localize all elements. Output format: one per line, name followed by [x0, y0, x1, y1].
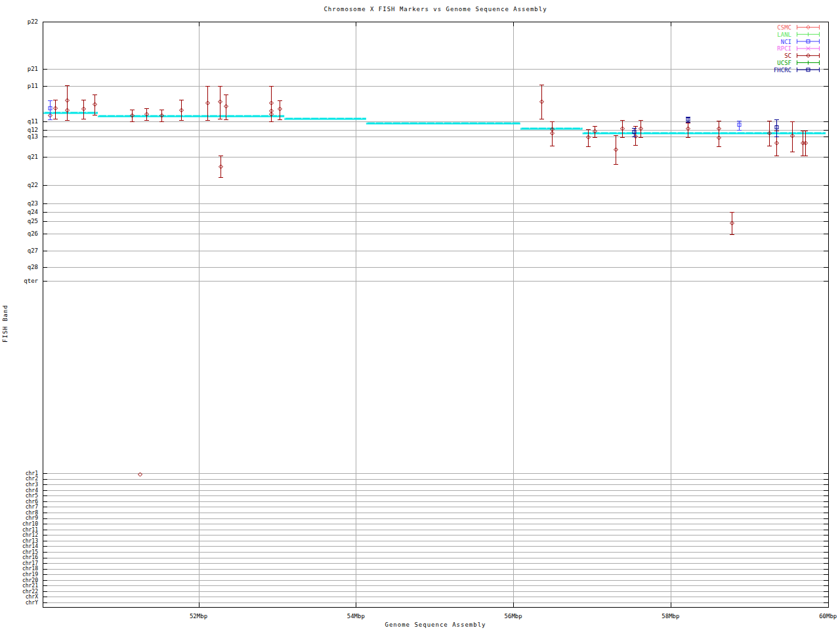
y-tick-label-qter: qter [24, 278, 38, 284]
y-tick-label-q22: q22 [28, 182, 38, 188]
legend-label-CSMC: CSMC [777, 24, 791, 31]
legend-label-RPCI: RPCI [777, 45, 791, 52]
gridlines [43, 22, 828, 607]
x-tick-label-60Mbp: 60Mbp [819, 613, 837, 620]
y-tick-label-q23: q23 [28, 200, 38, 207]
assembly-segment [43, 112, 98, 114]
legend-label-UCSF: UCSF [777, 60, 791, 66]
y-tick-label-q26: q26 [28, 230, 38, 237]
legend-label-SC: SC [784, 52, 791, 59]
y-tick-label-q28: q28 [28, 264, 38, 270]
assembly-line [43, 112, 826, 135]
x-tick-label-52Mbp: 52Mbp [190, 613, 207, 620]
plot-area: p22p21p11q11q12q13q21q22q23q24q25q26q27q… [0, 0, 840, 630]
y-tick-label-q13: q13 [28, 133, 38, 140]
x-tick-label-54Mbp: 54Mbp [347, 613, 365, 620]
y-axis-title: FISH Band [2, 301, 9, 346]
y-tick-label-q21: q21 [28, 154, 38, 160]
y-tick-label-p21: p21 [28, 66, 38, 72]
SC-diamond-marker [138, 472, 142, 476]
assembly-segment [583, 133, 826, 135]
x-axis-title: Genome Sequence Assembly [43, 621, 828, 628]
legend-label-NCI: NCI [781, 39, 791, 45]
x-tick-label-56Mbp: 56Mbp [505, 613, 522, 620]
chart-title: Chromosome X FISH Markers vs Genome Sequ… [43, 6, 828, 12]
x-tick-label-58Mbp: 58Mbp [662, 613, 679, 620]
assembly-segment [98, 116, 284, 117]
legend-label-LANL: LANL [777, 32, 791, 38]
axis-ticks [43, 22, 829, 607]
series-SC [49, 85, 808, 476]
legend: CSMCLANLNCIRPCISCUCSFFHCRC [774, 24, 820, 74]
y-tick-label-chrY: chrY [26, 600, 38, 606]
y-tick-label-q25: q25 [28, 218, 38, 224]
y-tick-label-q12: q12 [28, 127, 38, 133]
legend-label-FHCRC: FHCRC [774, 67, 791, 74]
y-tick-label-p11: p11 [28, 83, 38, 89]
y-tick-label-p22: p22 [28, 18, 38, 25]
chart-canvas: p22p21p11q11q12q13q21q22q23q24q25q26q27q… [0, 0, 840, 630]
y-tick-label-q27: q27 [28, 247, 38, 254]
y-tick-label-q11: q11 [28, 118, 38, 125]
y-tick-label-q24: q24 [28, 209, 38, 215]
